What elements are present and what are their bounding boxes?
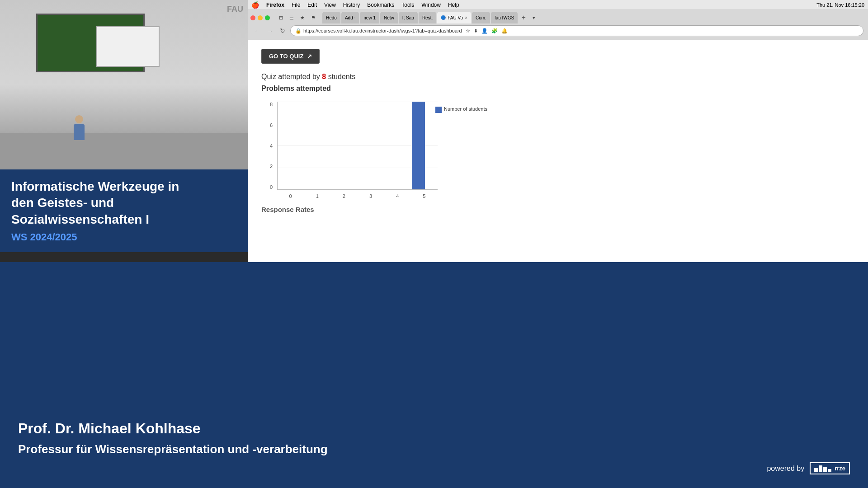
menu-file[interactable]: File (292, 2, 300, 8)
person-body (74, 124, 85, 140)
y-label-0: 0 (270, 184, 273, 190)
url-text: https://courses.voll-ki.fau.de/instructo… (303, 28, 462, 33)
tab-new1-label: new 1 (363, 15, 376, 20)
video-area: FAU (0, 0, 248, 169)
quiz-attempted-number: 8 (322, 73, 326, 80)
menu-history[interactable]: History (343, 2, 360, 8)
tab-fau-vo[interactable]: 🔵 FAU Vo × (437, 12, 471, 23)
menu-view[interactable]: View (324, 2, 336, 8)
tab-github-add-label: Add · (345, 15, 355, 20)
x-label-3: 3 (369, 193, 372, 199)
rrze-bar-1 (814, 468, 818, 472)
tab-new1[interactable]: new 1 (360, 12, 379, 23)
tab-rest-label: Rest: (422, 15, 433, 20)
legend-label: Number of students (444, 106, 487, 112)
go-to-quiz-button[interactable]: GO TO QUIZ ↗ (261, 49, 320, 64)
menu-tools[interactable]: Tools (401, 2, 414, 8)
x-label-5: 5 (423, 193, 425, 199)
macos-time: Thu 21. Nov 16:15:20 (816, 2, 864, 8)
bottom-panel: Prof. Dr. Michael Kohlhase Professur für… (0, 389, 868, 488)
projector-screen (96, 26, 160, 67)
tab-com-label: Com: (476, 15, 486, 20)
chart-container: 8 6 4 2 0 (261, 102, 487, 201)
menu-window[interactable]: Window (421, 2, 441, 8)
history-sidebar-icon[interactable]: ⊞ (276, 13, 285, 22)
lock-icon: 🔒 (295, 28, 302, 34)
go-to-quiz-label: GO TO QUIZ (269, 53, 303, 60)
new-tab-button[interactable]: + (519, 13, 528, 23)
browser-content: GO TO QUIZ ↗ Quiz attempted by 8 student… (248, 40, 868, 262)
menu-edit[interactable]: Edit (307, 2, 317, 8)
reload-button[interactable]: ↻ (278, 26, 288, 36)
address-bar: ← → ↻ 🔒 https://courses.voll-ki.fau.de/i… (250, 25, 865, 36)
problems-attempted-label: Problems attempted (261, 84, 854, 93)
close-button[interactable] (250, 15, 255, 20)
y-label-6: 6 (270, 122, 273, 128)
toolbar-icons: ⊞ ☰ ★ ⚑ (274, 12, 320, 23)
x-label-2: 2 (343, 193, 345, 199)
tab-rest[interactable]: Rest: (419, 12, 436, 23)
y-label-4: 4 (270, 143, 273, 149)
slide-semester: WS 2024/2025 (11, 231, 236, 243)
tab-close-icon[interactable]: × (465, 15, 467, 20)
url-action-icons: ☆ ⬇ 👤 🧩 🔔 (466, 28, 508, 34)
x-label-0: 0 (289, 193, 292, 199)
minimize-button[interactable] (258, 15, 263, 20)
rrze-logo-graphic: rrze (814, 465, 845, 472)
extensions-icon[interactable]: 🧩 (491, 28, 498, 34)
y-label-8: 8 (270, 102, 273, 107)
professor-name: Prof. Dr. Michael Kohlhase (18, 420, 850, 437)
rrze-bar-3 (823, 467, 827, 472)
maximize-button[interactable] (265, 15, 270, 20)
tab-github-add[interactable]: Add · (341, 12, 359, 23)
tab-netw[interactable]: Netw (380, 12, 398, 23)
x-label-4: 4 (396, 193, 399, 199)
x-label-1: 1 (316, 193, 319, 199)
download-icon[interactable]: ⬇ (474, 28, 478, 34)
tab-hedo[interactable]: Hedo (322, 12, 340, 23)
traffic-lights (250, 15, 270, 20)
tab-fau-vo-label: FAU Vo (448, 15, 463, 20)
quiz-attempted-text: Quiz attempted by 8 students (261, 73, 854, 81)
menu-bookmarks[interactable]: Bookmarks (367, 2, 394, 8)
quiz-attempted-prefix: Quiz attempted by (261, 73, 322, 80)
browser-titlebar: ⊞ ☰ ★ ⚑ Hedo Add · new 1 Netw I (250, 12, 865, 23)
apple-menu-icon[interactable]: 🍎 (251, 1, 259, 9)
quiz-attempted-suffix: students (326, 73, 355, 80)
blackboard (36, 14, 145, 72)
bar-5 (412, 102, 425, 189)
person-head (75, 115, 83, 123)
tab-list-icon[interactable]: ▾ (529, 13, 538, 22)
profile-icon[interactable]: 👤 (481, 28, 488, 34)
person-silhouette (72, 115, 86, 142)
forward-button[interactable]: → (265, 26, 275, 36)
menu-firefox[interactable]: Firefox (266, 2, 284, 8)
legend-color-box (435, 107, 442, 113)
left-panel: FAU Informatische Werkzeuge in den Geist… (0, 0, 248, 262)
notifications-icon[interactable]: 🔔 (501, 28, 508, 34)
tab-bar: Hedo Add · new 1 Netw It Sap Rest: (322, 12, 865, 23)
rrze-bar-2 (819, 465, 822, 472)
reader-icon[interactable]: ☰ (287, 13, 296, 22)
chart-legend: Number of students (435, 106, 487, 113)
classroom-background: FAU (0, 0, 248, 169)
menu-help[interactable]: Help (448, 2, 459, 8)
back-button[interactable]: ← (252, 26, 262, 36)
powered-by-label: powered by (767, 465, 804, 473)
url-bar[interactable]: 🔒 https://courses.voll-ki.fau.de/instruc… (290, 25, 863, 36)
fav-icon[interactable]: ⚑ (309, 13, 318, 22)
tab-netw-label: Netw (384, 15, 394, 20)
slide-info: Informatische Werkzeuge in den Geistes- … (0, 169, 248, 252)
tab-com[interactable]: Com: (472, 12, 490, 23)
powered-by-section: powered by rrze (767, 462, 850, 474)
macos-menubar: 🍎 Firefox File Edit View History Bookmar… (248, 0, 868, 10)
tab-sap[interactable]: It Sap (399, 12, 418, 23)
bookmark-icon[interactable]: ★ (298, 13, 307, 22)
slide-title: Informatische Werkzeuge in den Geistes- … (11, 178, 236, 228)
tab-fau-iwgs[interactable]: fau IWGS (491, 12, 518, 23)
fau-watermark: FAU (227, 5, 243, 14)
tab-fau-iwgs-label: fau IWGS (495, 15, 514, 20)
macos-status-area: Thu 21. Nov 16:15:20 (816, 2, 864, 8)
rrze-logo: rrze (810, 462, 850, 474)
bookmark-star-icon[interactable]: ☆ (466, 28, 470, 34)
